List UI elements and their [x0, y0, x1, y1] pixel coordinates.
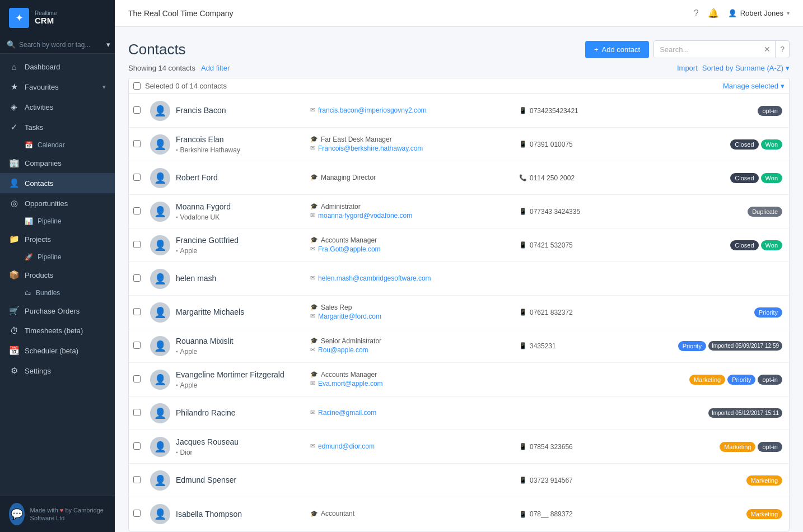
row-checkbox[interactable] — [133, 308, 141, 315]
activities-icon: ◈ — [9, 102, 19, 112]
sidebar-item-tasks[interactable]: ✓ Tasks — [0, 117, 115, 137]
search-input[interactable] — [654, 41, 759, 58]
contact-name[interactable]: Margaritte Michaels — [176, 307, 305, 317]
sidebar-subitem-pipeline[interactable]: 📊 Pipeline — [0, 213, 115, 229]
table-row[interactable]: 👤 Moanna Fygord ▪Vodafone UK 🎓 Administr… — [129, 195, 789, 228]
row-checkbox[interactable] — [133, 510, 141, 517]
contact-name[interactable]: Francois Elan — [176, 134, 305, 144]
contact-name[interactable]: Moanna Fygord — [176, 202, 305, 212]
table-row[interactable]: 👤 Robert Ford 🎓 Managing Director 📞 0114… — [129, 161, 789, 195]
table-row[interactable]: 👤 Philandro Racine ✉ Racine@gmail.com Im… — [129, 396, 789, 430]
contact-role: 🎓 Accounts Manager — [310, 371, 513, 379]
sidebar-subitem-bundles[interactable]: 🗂 Bundles — [0, 285, 115, 301]
sidebar: ✦ Realtime CRM 🔍 ▾ ⌂ Dashboard ★ Favouri… — [0, 0, 115, 532]
contact-name[interactable]: helen mash — [176, 273, 305, 283]
sidebar-item-scheduler[interactable]: 📆 Scheduler (beta) — [0, 340, 115, 361]
row-checkbox-container — [133, 342, 144, 351]
table-row[interactable]: 👤 Francine Gottfried ▪Apple 🎓 Accounts M… — [129, 228, 789, 262]
row-checkbox[interactable] — [133, 106, 141, 114]
sidebar-search-input[interactable] — [19, 41, 103, 49]
table-row[interactable]: 👤 Jacques Rouseau ▪Dior ✉ edmund@dior.co… — [129, 430, 789, 464]
row-checkbox[interactable] — [133, 241, 141, 248]
header-actions: + Add contact ✕ ? — [585, 40, 790, 58]
contact-name[interactable]: Philandro Racine — [176, 408, 305, 418]
contact-name[interactable]: Rouanna Mixislit — [176, 336, 305, 346]
manage-selected-button[interactable]: Manage selected ▾ — [723, 82, 785, 90]
sidebar-item-projects[interactable]: 📁 Projects — [0, 229, 115, 249]
filter-bar-right: Import Sorted by Surname (A-Z) ▾ — [677, 64, 790, 72]
row-checkbox[interactable] — [133, 140, 141, 147]
sidebar-search-bar[interactable]: 🔍 ▾ — [0, 36, 115, 54]
phone-icon: 📱 — [519, 511, 527, 518]
contact-name[interactable]: Francis Bacon — [176, 105, 305, 115]
notifications-icon[interactable]: 🔔 — [708, 8, 719, 18]
sidebar-item-products[interactable]: 📦 Products — [0, 265, 115, 285]
tag-badge: Priority — [754, 307, 782, 318]
add-contact-button[interactable]: + Add contact — [585, 41, 649, 58]
avatar: 👤 — [150, 370, 170, 390]
sort-button[interactable]: Sorted by Surname (A-Z) ▾ — [702, 64, 790, 72]
sidebar-subitem-calendar[interactable]: 📅 Calendar — [0, 137, 115, 153]
contact-name[interactable]: Evangeline Mortimer Fitzgerald — [176, 370, 305, 380]
calendar-icon: 📅 — [25, 141, 33, 149]
table-row[interactable]: 👤 Francois Elan ▪Berkshire Hathaway 🎓 Fa… — [129, 128, 789, 161]
role-icon: 🎓 — [310, 203, 318, 210]
import-link[interactable]: Import — [677, 64, 698, 72]
table-row[interactable]: 👤 Margaritte Michaels 🎓 Sales Rep ✉ Marg… — [129, 296, 789, 329]
tag-badge: Closed — [730, 240, 758, 250]
contact-phone: 📱 078__ 889372 — [519, 510, 620, 518]
row-checkbox[interactable] — [133, 375, 141, 382]
table-row[interactable]: 👤 Francis Bacon ✉ francis.bacon@imperios… — [129, 94, 789, 128]
sidebar-item-dashboard[interactable]: ⌂ Dashboard — [0, 57, 115, 77]
tag-badge: Marketing — [746, 475, 782, 486]
sidebar-item-activities[interactable]: ◈ Activities — [0, 97, 115, 117]
row-checkbox[interactable] — [133, 476, 141, 483]
avatar: 👤 — [150, 134, 170, 155]
contact-tags: ClosedWon — [625, 139, 782, 150]
sidebar-item-timesheets[interactable]: ⏱ Timesheets (beta) — [0, 321, 115, 340]
table-row[interactable]: 👤 Evangeline Mortimer Fitzgerald ▪Apple … — [129, 363, 789, 396]
contact-details: 🎓 Senior Administrator ✉ Rou@apple.com — [310, 337, 513, 355]
sidebar-item-settings[interactable]: ⚙ Settings — [0, 361, 115, 381]
contact-name[interactable]: Robert Ford — [176, 172, 305, 183]
row-checkbox[interactable] — [133, 274, 141, 282]
sidebar-logo: ✦ Realtime CRM — [0, 0, 115, 36]
row-checkbox[interactable] — [133, 409, 141, 416]
avatar: 👤 — [150, 403, 170, 423]
contact-details: 🎓 Administrator ✉ moanna-fygord@vodafone… — [310, 203, 513, 221]
table-row[interactable]: 👤 helen mash ✉ helen.mash@cambridgesoftw… — [129, 262, 789, 296]
contact-name[interactable]: Francine Gottfried — [176, 235, 305, 245]
sidebar-item-contacts[interactable]: 👤 Contacts — [0, 173, 115, 193]
sidebar-item-opportunities[interactable]: ◎ Opportunities — [0, 193, 115, 213]
sidebar-item-favourites[interactable]: ★ Favourites ▾ — [0, 77, 115, 97]
user-menu[interactable]: 👤 Robert Jones ▾ — [728, 9, 790, 17]
search-help-icon[interactable]: ? — [776, 41, 789, 58]
sidebar-item-companies[interactable]: 🏢 Companies — [0, 153, 115, 173]
sidebar-item-purchase-orders[interactable]: 🛒 Purchase Orders — [0, 301, 115, 321]
contact-tags: Priority — [625, 307, 782, 318]
contact-email: ✉ helen.mash@cambridgesoftware.com — [310, 274, 513, 282]
row-checkbox[interactable] — [133, 174, 141, 181]
select-all-checkbox[interactable] — [133, 82, 141, 90]
contact-name[interactable]: Jacques Rouseau — [176, 437, 305, 447]
contact-name[interactable]: Edmund Spenser — [176, 475, 305, 485]
chat-button[interactable]: 💬 — [9, 503, 25, 525]
sidebar-item-label: Pipeline — [38, 253, 62, 261]
table-row[interactable]: 👤 Rouanna Mixislit ▪Apple 🎓 Senior Admin… — [129, 329, 789, 363]
row-checkbox[interactable] — [133, 442, 141, 450]
contact-name[interactable]: Isabella Thompson — [176, 509, 305, 519]
row-checkbox[interactable] — [133, 207, 141, 214]
clear-search-button[interactable]: ✕ — [759, 41, 776, 58]
table-row[interactable]: 👤 Edmund Spenser 📱 03723 914567 Marketin… — [129, 464, 789, 497]
search-box[interactable]: ✕ ? — [653, 40, 790, 58]
row-checkbox-container — [133, 375, 144, 384]
phone-icon: 📱 — [519, 141, 527, 148]
help-icon[interactable]: ? — [694, 8, 699, 18]
add-filter-link[interactable]: Add filter — [201, 64, 230, 72]
chevron-down-icon[interactable]: ▾ — [106, 40, 110, 49]
sidebar-subitem-proj-pipeline[interactable]: 🚀 Pipeline — [0, 249, 115, 265]
sidebar-item-label: Tasks — [25, 123, 106, 132]
row-checkbox[interactable] — [133, 342, 141, 349]
table-row[interactable]: 👤 Isabella Thompson 🎓 Accountant 📱 078__… — [129, 497, 789, 531]
add-contact-label: Add contact — [602, 45, 641, 54]
